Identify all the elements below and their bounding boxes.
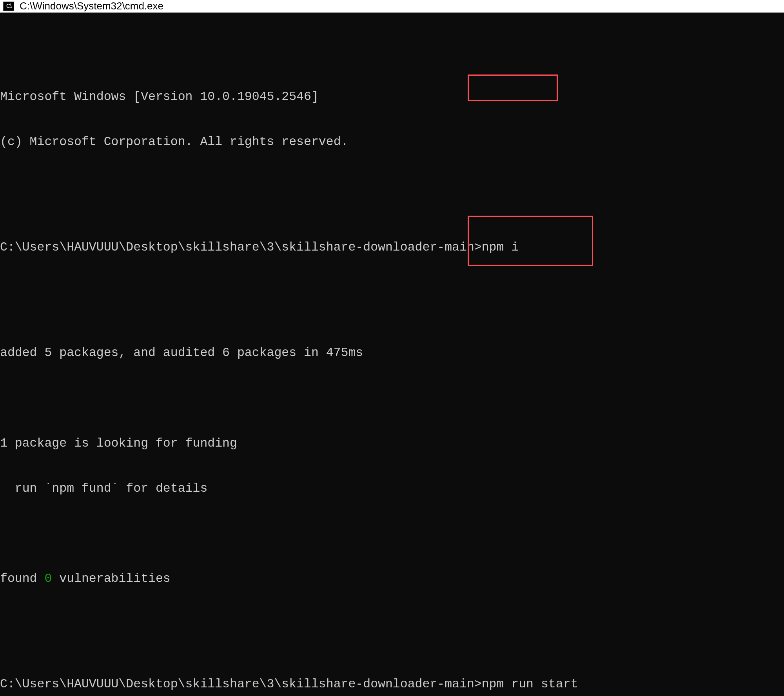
prompt-2-cmd: npm run start <box>482 677 578 691</box>
found-suffix: vulnerabilities <box>52 572 170 585</box>
prompt-2-path: C:\Users\HAUVUUU\Desktop\skillshare\3\sk… <box>0 677 482 691</box>
header-line-1: Microsoft Windows [Version 10.0.19045.25… <box>0 89 784 104</box>
titlebar[interactable]: C:\ C:\Windows\System32\cmd.exe <box>0 0 784 13</box>
prompt-1: C:\Users\HAUVUUU\Desktop\skillshare\3\sk… <box>0 240 784 255</box>
cmd-icon: C:\ <box>3 2 14 11</box>
zero-vuln: 0 <box>44 572 52 585</box>
found-prefix: found <box>0 572 44 585</box>
npm-funding-1: 1 package is looking for funding <box>0 436 784 451</box>
prompt-2: C:\Users\HAUVUUU\Desktop\skillshare\3\sk… <box>0 677 784 692</box>
blank <box>0 180 784 194</box>
blank <box>0 285 784 300</box>
prompt-1-cmd: npm i <box>482 240 519 254</box>
terminal-output[interactable]: Microsoft Windows [Version 10.0.19045.25… <box>0 13 784 696</box>
blank <box>0 617 784 632</box>
header-line-2: (c) Microsoft Corporation. All rights re… <box>0 134 784 149</box>
npm-added: added 5 packages, and audited 6 packages… <box>0 345 784 360</box>
prompt-1-path: C:\Users\HAUVUUU\Desktop\skillshare\3\sk… <box>0 240 482 254</box>
npm-funding-2: run `npm fund` for details <box>0 481 784 496</box>
titlebar-path: C:\Windows\System32\cmd.exe <box>20 0 163 13</box>
npm-found: found 0 vulnerabilities <box>0 571 784 586</box>
blank <box>0 391 784 405</box>
cmd-window: C:\ C:\Windows\System32\cmd.exe Microsof… <box>0 0 784 696</box>
blank <box>0 526 784 541</box>
